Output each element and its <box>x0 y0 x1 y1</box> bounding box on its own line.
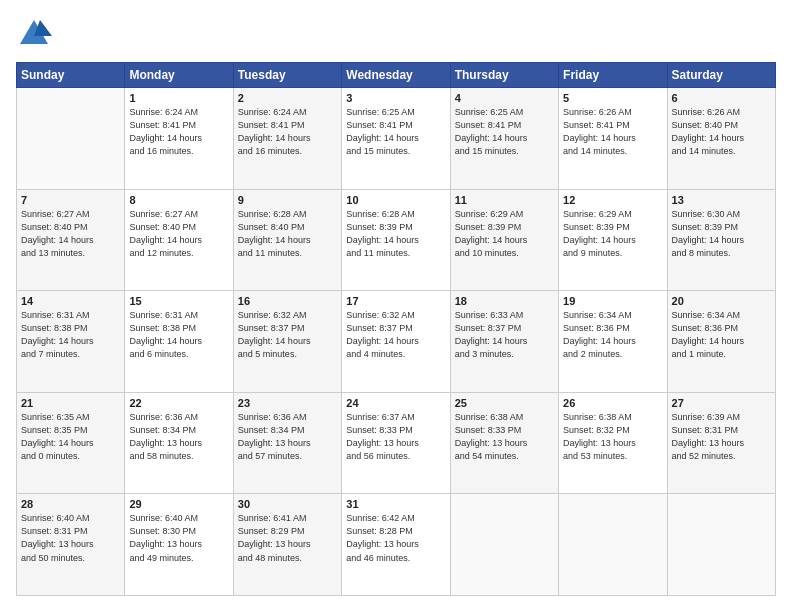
day-number: 2 <box>238 92 337 104</box>
day-cell <box>667 494 775 596</box>
day-number: 14 <box>21 295 120 307</box>
day-cell <box>450 494 558 596</box>
week-row-2: 14Sunrise: 6:31 AM Sunset: 8:38 PM Dayli… <box>17 291 776 393</box>
day-cell: 3Sunrise: 6:25 AM Sunset: 8:41 PM Daylig… <box>342 88 450 190</box>
day-number: 25 <box>455 397 554 409</box>
day-info: Sunrise: 6:31 AM Sunset: 8:38 PM Dayligh… <box>21 309 120 361</box>
week-row-4: 28Sunrise: 6:40 AM Sunset: 8:31 PM Dayli… <box>17 494 776 596</box>
day-info: Sunrise: 6:33 AM Sunset: 8:37 PM Dayligh… <box>455 309 554 361</box>
day-info: Sunrise: 6:28 AM Sunset: 8:39 PM Dayligh… <box>346 208 445 260</box>
day-cell: 31Sunrise: 6:42 AM Sunset: 8:28 PM Dayli… <box>342 494 450 596</box>
day-cell: 23Sunrise: 6:36 AM Sunset: 8:34 PM Dayli… <box>233 392 341 494</box>
day-number: 24 <box>346 397 445 409</box>
day-cell: 14Sunrise: 6:31 AM Sunset: 8:38 PM Dayli… <box>17 291 125 393</box>
day-info: Sunrise: 6:34 AM Sunset: 8:36 PM Dayligh… <box>563 309 662 361</box>
header-row: SundayMondayTuesdayWednesdayThursdayFrid… <box>17 63 776 88</box>
day-number: 26 <box>563 397 662 409</box>
day-cell: 24Sunrise: 6:37 AM Sunset: 8:33 PM Dayli… <box>342 392 450 494</box>
day-cell: 13Sunrise: 6:30 AM Sunset: 8:39 PM Dayli… <box>667 189 775 291</box>
day-cell: 17Sunrise: 6:32 AM Sunset: 8:37 PM Dayli… <box>342 291 450 393</box>
day-info: Sunrise: 6:25 AM Sunset: 8:41 PM Dayligh… <box>455 106 554 158</box>
day-cell: 12Sunrise: 6:29 AM Sunset: 8:39 PM Dayli… <box>559 189 667 291</box>
day-info: Sunrise: 6:38 AM Sunset: 8:33 PM Dayligh… <box>455 411 554 463</box>
day-cell: 16Sunrise: 6:32 AM Sunset: 8:37 PM Dayli… <box>233 291 341 393</box>
day-cell: 11Sunrise: 6:29 AM Sunset: 8:39 PM Dayli… <box>450 189 558 291</box>
day-info: Sunrise: 6:27 AM Sunset: 8:40 PM Dayligh… <box>129 208 228 260</box>
logo-icon <box>16 16 52 52</box>
calendar-header: SundayMondayTuesdayWednesdayThursdayFrid… <box>17 63 776 88</box>
day-number: 17 <box>346 295 445 307</box>
day-number: 1 <box>129 92 228 104</box>
day-info: Sunrise: 6:24 AM Sunset: 8:41 PM Dayligh… <box>238 106 337 158</box>
day-info: Sunrise: 6:26 AM Sunset: 8:40 PM Dayligh… <box>672 106 771 158</box>
day-cell <box>17 88 125 190</box>
day-info: Sunrise: 6:29 AM Sunset: 8:39 PM Dayligh… <box>455 208 554 260</box>
day-cell: 4Sunrise: 6:25 AM Sunset: 8:41 PM Daylig… <box>450 88 558 190</box>
day-cell: 27Sunrise: 6:39 AM Sunset: 8:31 PM Dayli… <box>667 392 775 494</box>
page: SundayMondayTuesdayWednesdayThursdayFrid… <box>0 0 792 612</box>
day-cell <box>559 494 667 596</box>
header-cell-saturday: Saturday <box>667 63 775 88</box>
day-cell: 30Sunrise: 6:41 AM Sunset: 8:29 PM Dayli… <box>233 494 341 596</box>
header-cell-wednesday: Wednesday <box>342 63 450 88</box>
day-info: Sunrise: 6:34 AM Sunset: 8:36 PM Dayligh… <box>672 309 771 361</box>
day-info: Sunrise: 6:40 AM Sunset: 8:30 PM Dayligh… <box>129 512 228 564</box>
day-info: Sunrise: 6:27 AM Sunset: 8:40 PM Dayligh… <box>21 208 120 260</box>
day-number: 29 <box>129 498 228 510</box>
day-cell: 2Sunrise: 6:24 AM Sunset: 8:41 PM Daylig… <box>233 88 341 190</box>
day-cell: 21Sunrise: 6:35 AM Sunset: 8:35 PM Dayli… <box>17 392 125 494</box>
day-info: Sunrise: 6:37 AM Sunset: 8:33 PM Dayligh… <box>346 411 445 463</box>
day-info: Sunrise: 6:36 AM Sunset: 8:34 PM Dayligh… <box>238 411 337 463</box>
day-number: 13 <box>672 194 771 206</box>
day-number: 16 <box>238 295 337 307</box>
day-cell: 15Sunrise: 6:31 AM Sunset: 8:38 PM Dayli… <box>125 291 233 393</box>
day-info: Sunrise: 6:35 AM Sunset: 8:35 PM Dayligh… <box>21 411 120 463</box>
day-cell: 18Sunrise: 6:33 AM Sunset: 8:37 PM Dayli… <box>450 291 558 393</box>
week-row-1: 7Sunrise: 6:27 AM Sunset: 8:40 PM Daylig… <box>17 189 776 291</box>
day-number: 15 <box>129 295 228 307</box>
day-number: 7 <box>21 194 120 206</box>
day-cell: 6Sunrise: 6:26 AM Sunset: 8:40 PM Daylig… <box>667 88 775 190</box>
logo <box>16 16 56 52</box>
day-cell: 5Sunrise: 6:26 AM Sunset: 8:41 PM Daylig… <box>559 88 667 190</box>
day-cell: 20Sunrise: 6:34 AM Sunset: 8:36 PM Dayli… <box>667 291 775 393</box>
day-number: 12 <box>563 194 662 206</box>
day-number: 28 <box>21 498 120 510</box>
header-cell-tuesday: Tuesday <box>233 63 341 88</box>
week-row-0: 1Sunrise: 6:24 AM Sunset: 8:41 PM Daylig… <box>17 88 776 190</box>
day-number: 18 <box>455 295 554 307</box>
day-info: Sunrise: 6:32 AM Sunset: 8:37 PM Dayligh… <box>238 309 337 361</box>
day-number: 3 <box>346 92 445 104</box>
day-info: Sunrise: 6:30 AM Sunset: 8:39 PM Dayligh… <box>672 208 771 260</box>
day-number: 5 <box>563 92 662 104</box>
day-cell: 1Sunrise: 6:24 AM Sunset: 8:41 PM Daylig… <box>125 88 233 190</box>
day-number: 22 <box>129 397 228 409</box>
day-number: 23 <box>238 397 337 409</box>
day-info: Sunrise: 6:40 AM Sunset: 8:31 PM Dayligh… <box>21 512 120 564</box>
day-info: Sunrise: 6:31 AM Sunset: 8:38 PM Dayligh… <box>129 309 228 361</box>
day-number: 19 <box>563 295 662 307</box>
calendar-table: SundayMondayTuesdayWednesdayThursdayFrid… <box>16 62 776 596</box>
day-cell: 8Sunrise: 6:27 AM Sunset: 8:40 PM Daylig… <box>125 189 233 291</box>
day-cell: 29Sunrise: 6:40 AM Sunset: 8:30 PM Dayli… <box>125 494 233 596</box>
header-cell-friday: Friday <box>559 63 667 88</box>
day-number: 9 <box>238 194 337 206</box>
day-number: 11 <box>455 194 554 206</box>
day-number: 6 <box>672 92 771 104</box>
day-number: 10 <box>346 194 445 206</box>
week-row-3: 21Sunrise: 6:35 AM Sunset: 8:35 PM Dayli… <box>17 392 776 494</box>
day-number: 8 <box>129 194 228 206</box>
day-info: Sunrise: 6:26 AM Sunset: 8:41 PM Dayligh… <box>563 106 662 158</box>
day-info: Sunrise: 6:39 AM Sunset: 8:31 PM Dayligh… <box>672 411 771 463</box>
day-info: Sunrise: 6:25 AM Sunset: 8:41 PM Dayligh… <box>346 106 445 158</box>
day-cell: 10Sunrise: 6:28 AM Sunset: 8:39 PM Dayli… <box>342 189 450 291</box>
day-number: 20 <box>672 295 771 307</box>
day-info: Sunrise: 6:32 AM Sunset: 8:37 PM Dayligh… <box>346 309 445 361</box>
day-number: 21 <box>21 397 120 409</box>
day-cell: 22Sunrise: 6:36 AM Sunset: 8:34 PM Dayli… <box>125 392 233 494</box>
day-number: 27 <box>672 397 771 409</box>
header-cell-sunday: Sunday <box>17 63 125 88</box>
day-info: Sunrise: 6:41 AM Sunset: 8:29 PM Dayligh… <box>238 512 337 564</box>
day-cell: 7Sunrise: 6:27 AM Sunset: 8:40 PM Daylig… <box>17 189 125 291</box>
header-cell-monday: Monday <box>125 63 233 88</box>
